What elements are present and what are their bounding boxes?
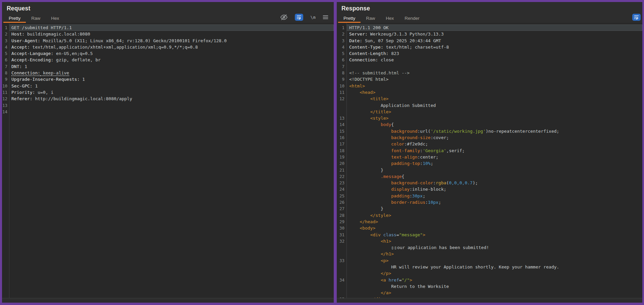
request-toolbar: \n: [280, 13, 328, 21]
tab-raw[interactable]: Raw: [26, 14, 46, 23]
line-number: 5: [2, 50, 9, 57]
line-number: [337, 283, 346, 290]
code-text: Connection: close: [346, 57, 642, 63]
code-text: Sec-GPC: 1: [9, 83, 334, 89]
line-number: 21: [337, 167, 346, 173]
request-title: Request: [7, 5, 30, 12]
line-number: 9: [2, 76, 9, 82]
code-row: </p>: [337, 270, 642, 277]
code-text: <a href="/">: [346, 277, 642, 283]
code-row: 13 <style>: [337, 115, 642, 121]
line-number: 8: [337, 70, 346, 76]
word-wrap-toggle[interactable]: [632, 14, 641, 21]
tab-render[interactable]: Render: [399, 14, 425, 23]
code-row: HR will review your Application shortly.…: [337, 264, 642, 270]
line-number: [337, 290, 346, 296]
code-row: 19 text-align:center;: [337, 154, 642, 160]
request-panel: Request PrettyRawHex: [2, 2, 334, 303]
code-row: Application Submitted: [337, 102, 642, 109]
code-row: 6Connection: close: [337, 57, 642, 63]
code-text: Connection: keep-alive: [9, 70, 334, 76]
tab-hex[interactable]: Hex: [46, 14, 64, 23]
code-row: 13: [2, 102, 334, 109]
code-row: 23 background-color:rgba(0,0,0,0.7);: [337, 180, 642, 186]
code-row: 33 <p>: [337, 257, 642, 264]
code-row: 31 <div class="message">: [337, 232, 642, 238]
word-wrap-toggle[interactable]: [295, 14, 303, 21]
code-row: 17 color:#f2e9dc;: [337, 141, 642, 147]
code-text: <p>: [346, 257, 642, 264]
code-text: Date: Sun, 07 Sep 2025 20:43:44 GMT: [346, 38, 642, 44]
code-text: [346, 63, 642, 70]
code-row: 7DNT: 1: [2, 63, 334, 70]
line-number: 28: [337, 212, 346, 219]
line-number: 18: [337, 147, 346, 154]
response-title: Response: [341, 5, 370, 12]
code-row: ▯▯our application has been submitted!: [337, 244, 642, 251]
tab-hex[interactable]: Hex: [380, 14, 399, 23]
line-number: 16: [337, 134, 346, 141]
request-editor[interactable]: 1GET /submitted HTTP/1.12Host: buildingm…: [2, 23, 334, 298]
line-number: 14: [2, 109, 9, 115]
code-row: 27 }: [337, 205, 642, 212]
line-number: 8: [2, 70, 9, 76]
code-text: </a>: [346, 290, 642, 296]
code-row: 12Referer: http://buildingmagic.local:80…: [2, 96, 334, 102]
code-text: <html>: [346, 83, 642, 89]
code-row: 29 </head>: [337, 219, 642, 225]
line-number: 4: [2, 44, 9, 50]
response-editor[interactable]: 1HTTP/1.1 200 OK2Server: Werkzeug/3.1.3 …: [337, 23, 642, 298]
code-text: HTTP/1.1 200 OK: [346, 24, 642, 31]
code-text: </h1>: [346, 251, 642, 257]
code-row: 6Accept-Encoding: gzip, deflate, br: [2, 57, 334, 63]
line-number: 3: [337, 38, 346, 44]
request-gutter-divider: [9, 23, 9, 298]
line-number: 30: [337, 225, 346, 231]
code-text: Accept-Encoding: gzip, deflate, br: [9, 57, 334, 63]
code-text: [9, 109, 334, 115]
code-row: 12 <title>: [337, 96, 642, 102]
code-row: 8<!-- submitted.html -->: [337, 70, 642, 76]
code-text: </head>: [346, 219, 642, 225]
tab-pretty[interactable]: Pretty: [3, 14, 26, 23]
code-row: 1HTTP/1.1 200 OK: [337, 24, 642, 31]
line-number: 19: [337, 154, 346, 160]
code-row: 32 <h1>: [337, 238, 642, 244]
code-text: Return to the Worksite: [346, 283, 642, 290]
line-number: 34: [337, 277, 346, 283]
code-row: 9<!DOCTYPE html>: [337, 76, 642, 82]
line-number: 31: [337, 232, 346, 238]
code-row: 10Sec-GPC: 1: [2, 83, 334, 89]
response-toolbar: [632, 13, 641, 21]
line-number: 10: [337, 83, 346, 89]
line-number: [337, 270, 346, 277]
eye-off-icon[interactable]: [280, 14, 288, 21]
line-number: 11: [337, 89, 346, 96]
line-number: 14: [337, 121, 346, 128]
line-number: 3: [2, 38, 9, 44]
code-text: .message{: [346, 173, 642, 180]
code-row: 4Content-Type: text/html; charset=utf-8: [337, 44, 642, 50]
code-row: 11Priority: u=0, i: [2, 89, 334, 96]
line-number: 33: [337, 257, 346, 264]
line-number: 2: [2, 31, 9, 37]
line-number: 7: [337, 63, 346, 70]
code-text: Host: buildingmagic.local:8080: [9, 31, 334, 37]
code-row: 2Server: Werkzeug/3.1.3 Python/3.13.3: [337, 31, 642, 37]
code-text: Referer: http://buildingmagic.local:8080…: [9, 96, 334, 102]
code-text: background-color:rgba(0,0,0,0.7);: [346, 180, 642, 186]
code-text: <head>: [346, 89, 642, 96]
menu-icon[interactable]: [323, 15, 328, 19]
line-number: 35: [337, 296, 346, 298]
code-row: 4Accept: text/html,application/xhtml+xml…: [2, 44, 334, 50]
code-text: Server: Werkzeug/3.1.3 Python/3.13.3: [346, 31, 642, 37]
code-text: <body>: [346, 225, 642, 231]
response-header: Response PrettyRawHexRender: [337, 2, 642, 23]
tab-pretty[interactable]: Pretty: [338, 14, 361, 23]
code-text: </style>: [346, 212, 642, 219]
tab-raw[interactable]: Raw: [361, 14, 380, 23]
line-number: [337, 102, 346, 109]
code-text: GET /submitted HTTP/1.1: [9, 24, 334, 31]
show-nonprintable-icon[interactable]: \n: [310, 15, 316, 20]
code-text: }: [346, 167, 642, 173]
